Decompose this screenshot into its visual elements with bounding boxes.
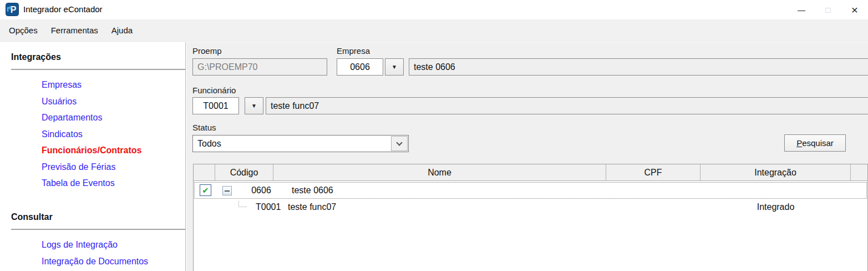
app-logo-icon: P (6, 3, 19, 16)
pesquisar-button[interactable]: Pesquisar (784, 134, 846, 152)
menu-bar: Opções Ferramentas Ajuda (0, 19, 868, 42)
sidebar-item-funcionarios-contratos[interactable]: Funcionários/Contratos (42, 142, 141, 159)
sidebar-section-integracoes: Integrações (11, 52, 61, 62)
sidebar-item-logs-integracao[interactable]: Logs de Integração (42, 237, 148, 253)
employee-name: teste func07 (288, 199, 336, 215)
status-select[interactable]: Todos (192, 135, 409, 152)
sidebar-item-empresas[interactable]: Empresas (42, 77, 141, 93)
column-header-nome[interactable]: Nome (273, 164, 606, 180)
employee-integration-status: Integrado (701, 199, 851, 215)
section-divider (11, 69, 185, 70)
column-header-cpf[interactable]: CPF (606, 164, 701, 180)
proemp-label: Proemp (192, 46, 222, 56)
status-label: Status (192, 123, 216, 132)
company-code: 0606 (242, 182, 281, 199)
column-header-codigo[interactable]: Código (215, 164, 273, 180)
column-header-check[interactable] (194, 164, 215, 180)
employee-code: T0001 (256, 199, 281, 215)
sidebar-list-consultar: Logs de Integração Integração de Documen… (42, 237, 148, 269)
minimize-icon[interactable]: — (788, 0, 815, 19)
menu-ferramentas[interactable]: Ferramentas (44, 19, 105, 41)
sidebar-item-usuarios[interactable]: Usuários (42, 93, 141, 110)
funcionario-dropdown-icon[interactable]: ▼ (245, 97, 263, 114)
table-row-employee[interactable]: T0001 teste func07 Integrado (194, 199, 867, 215)
tree-connector-icon (238, 201, 247, 207)
funcionario-label: Funcionário (192, 86, 236, 95)
empresa-dropdown-icon[interactable]: ▼ (385, 58, 404, 76)
main-panel: Proemp G:\PROEMP70 Empresa 0606 ▼ teste … (186, 42, 868, 271)
window-title: Integrador eContador (23, 4, 103, 14)
svg-text:P: P (11, 5, 17, 14)
chevron-down-icon (396, 139, 402, 145)
funcionario-code-input[interactable]: T0001 (192, 97, 239, 114)
sidebar-item-departamentos[interactable]: Departamentos (42, 109, 141, 126)
empresa-code-input[interactable]: 0606 (337, 58, 383, 76)
status-dropdown-button[interactable] (391, 136, 408, 151)
status-value: Todos (197, 139, 221, 149)
results-grid: Código Nome CPF Integração ✔ 0606 teste … (193, 164, 868, 271)
row-checkbox-checked[interactable]: ✔ (200, 184, 211, 196)
grid-header: Código Nome CPF Integração (194, 164, 867, 181)
sidebar-item-tabela-eventos[interactable]: Tabela de Eventos (42, 175, 141, 192)
pesquisar-accesskey: P (796, 138, 802, 148)
funcionario-name-field: teste func07 (266, 97, 868, 114)
empresa-label: Empresa (337, 46, 370, 56)
pesquisar-label-rest: esquisar (802, 138, 834, 148)
column-header-integracao[interactable]: Integração (701, 164, 851, 180)
company-name: teste 0606 (292, 182, 333, 199)
menu-ajuda[interactable]: Ajuda (105, 19, 139, 41)
sidebar: Integrações Empresas Usuários Departamen… (0, 42, 186, 271)
menu-opcoes[interactable]: Opções (2, 19, 44, 41)
column-header-spacer (851, 164, 867, 180)
sidebar-item-sindicatos[interactable]: Sindicatos (42, 126, 141, 143)
sidebar-list-integracoes: Empresas Usuários Departamentos Sindicat… (42, 77, 141, 192)
window-controls: — □ × (788, 0, 868, 19)
close-icon[interactable]: × (841, 0, 868, 19)
app-window: P Integrador eContador — □ × Opções Ferr… (0, 0, 868, 271)
empresa-name-field: teste 0606 (409, 58, 868, 76)
section-divider (11, 229, 185, 230)
proemp-field: G:\PROEMP70 (192, 58, 327, 76)
table-row-company[interactable]: ✔ 0606 teste 0606 (194, 182, 867, 199)
maximize-icon[interactable]: □ (815, 0, 841, 19)
sidebar-item-previsao-ferias[interactable]: Previsão de Férias (42, 159, 141, 175)
sidebar-section-consultar: Consultar (11, 212, 53, 222)
sidebar-item-integracao-documentos[interactable]: Integração de Documentos (42, 253, 148, 270)
title-bar: P Integrador eContador — □ × (0, 0, 868, 19)
collapse-minus-icon[interactable] (222, 186, 232, 195)
